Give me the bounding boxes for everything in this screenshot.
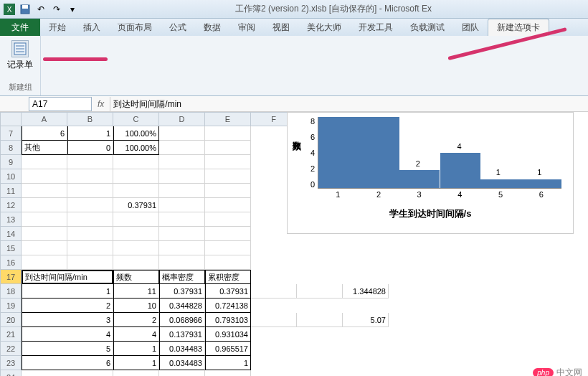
tab-beautify[interactable]: 美化大师 <box>298 19 350 36</box>
cell[interactable]: 0.034483 <box>159 342 205 356</box>
formula-bar[interactable]: 到达时间间隔/min <box>110 97 588 111</box>
cell[interactable]: 0.37931 <box>205 284 251 299</box>
cell[interactable] <box>22 370 113 376</box>
cell[interactable]: 6 <box>22 126 67 141</box>
cell[interactable]: 0.068966 <box>159 313 205 327</box>
cell[interactable]: 3 <box>22 313 113 327</box>
redo-icon[interactable]: ↷ <box>50 3 63 16</box>
cell[interactable]: 11 <box>113 284 159 299</box>
row-header[interactable]: 10 <box>0 169 22 184</box>
cell[interactable] <box>205 241 251 255</box>
cell[interactable] <box>22 212 67 227</box>
cell[interactable] <box>159 227 205 241</box>
tab-home[interactable]: 开始 <box>40 19 75 36</box>
tab-insert[interactable]: 插入 <box>75 19 109 36</box>
cell[interactable] <box>67 198 113 212</box>
cell[interactable] <box>113 169 159 184</box>
cell[interactable] <box>159 198 205 212</box>
cell[interactable] <box>67 227 113 241</box>
cell[interactable] <box>159 212 205 227</box>
cell[interactable]: 0.965517 <box>205 342 251 356</box>
cell-selected[interactable]: 到达时间间隔/min <box>22 270 113 284</box>
cell[interactable] <box>22 198 67 212</box>
cell[interactable] <box>22 155 67 169</box>
cell[interactable] <box>159 126 205 141</box>
cell[interactable] <box>205 255 251 270</box>
row-header[interactable]: 12 <box>0 198 22 212</box>
cell[interactable] <box>205 370 251 376</box>
cell[interactable]: 2 <box>22 299 113 313</box>
cell[interactable]: 2 <box>113 313 159 327</box>
row-header[interactable]: 14 <box>0 227 22 241</box>
cell[interactable]: 0.724138 <box>205 299 251 313</box>
cell[interactable]: 1 <box>22 284 113 299</box>
cell[interactable] <box>159 370 205 376</box>
row-header[interactable]: 8 <box>0 141 22 155</box>
row-header[interactable]: 21 <box>0 327 22 342</box>
cell[interactable]: 1 <box>67 126 113 141</box>
cell[interactable]: 100.00% <box>113 126 159 141</box>
name-box[interactable]: A17 <box>29 97 92 111</box>
cell[interactable] <box>159 155 205 169</box>
cell[interactable]: 频数 <box>113 270 159 284</box>
save-icon[interactable] <box>19 3 32 16</box>
cell[interactable]: 6 <box>22 356 113 370</box>
cell[interactable] <box>113 155 159 169</box>
col-header[interactable]: A <box>22 112 67 126</box>
cell[interactable] <box>22 227 67 241</box>
cell[interactable]: 其他 <box>22 141 67 155</box>
col-header[interactable]: E <box>205 112 251 126</box>
tab-loadtest[interactable]: 负载测试 <box>402 19 453 36</box>
cell[interactable] <box>251 284 297 299</box>
cell[interactable]: 0.034483 <box>159 356 205 370</box>
record-button[interactable]: 记录单 <box>6 39 34 72</box>
row-header[interactable]: 20 <box>0 313 22 327</box>
cell[interactable] <box>205 212 251 227</box>
row-header[interactable]: 15 <box>0 241 22 255</box>
cell[interactable]: 累积密度 <box>205 270 251 284</box>
cell[interactable] <box>67 184 113 198</box>
cell[interactable] <box>67 155 113 169</box>
cell[interactable]: 5.07 <box>343 313 389 327</box>
tab-pagelayout[interactable]: 页面布局 <box>109 19 161 36</box>
cell[interactable] <box>205 169 251 184</box>
cell[interactable]: 1 <box>205 356 251 370</box>
cell[interactable] <box>67 169 113 184</box>
row-header[interactable]: 22 <box>0 342 22 356</box>
row-header[interactable]: 19 <box>0 299 22 313</box>
cell[interactable] <box>205 126 251 141</box>
cell[interactable]: 1.344828 <box>343 284 389 299</box>
cell[interactable] <box>67 255 113 270</box>
cell[interactable]: 0.137931 <box>159 327 205 342</box>
cell[interactable] <box>159 255 205 270</box>
cell[interactable] <box>205 155 251 169</box>
row-header[interactable]: 23 <box>0 356 22 370</box>
cell[interactable] <box>205 227 251 241</box>
cell[interactable] <box>113 241 159 255</box>
cell[interactable] <box>297 284 343 299</box>
col-header[interactable]: C <box>113 112 159 126</box>
row-header[interactable]: 16 <box>0 255 22 270</box>
cell[interactable] <box>159 169 205 184</box>
cell[interactable] <box>22 184 67 198</box>
tab-view[interactable]: 视图 <box>264 19 298 36</box>
cell[interactable]: 10 <box>113 299 159 313</box>
cell[interactable]: 4 <box>22 327 113 342</box>
row-header[interactable]: 18 <box>0 284 22 299</box>
cell[interactable]: 0.37931 <box>159 284 205 299</box>
cell[interactable] <box>113 227 159 241</box>
cell[interactable]: 0 <box>67 141 113 155</box>
row-header[interactable]: 9 <box>0 155 22 169</box>
cell[interactable] <box>22 241 67 255</box>
cell[interactable]: 5 <box>22 342 113 356</box>
cell[interactable]: 概率密度 <box>159 270 205 284</box>
undo-icon[interactable]: ↶ <box>34 3 47 16</box>
cell[interactable] <box>159 241 205 255</box>
tab-review[interactable]: 审阅 <box>229 19 264 36</box>
cell[interactable] <box>113 255 159 270</box>
select-all-corner[interactable] <box>0 112 22 126</box>
tab-developer[interactable]: 开发工具 <box>350 19 402 36</box>
cell[interactable]: 0.793103 <box>205 313 251 327</box>
cell[interactable] <box>205 141 251 155</box>
cell[interactable] <box>205 184 251 198</box>
